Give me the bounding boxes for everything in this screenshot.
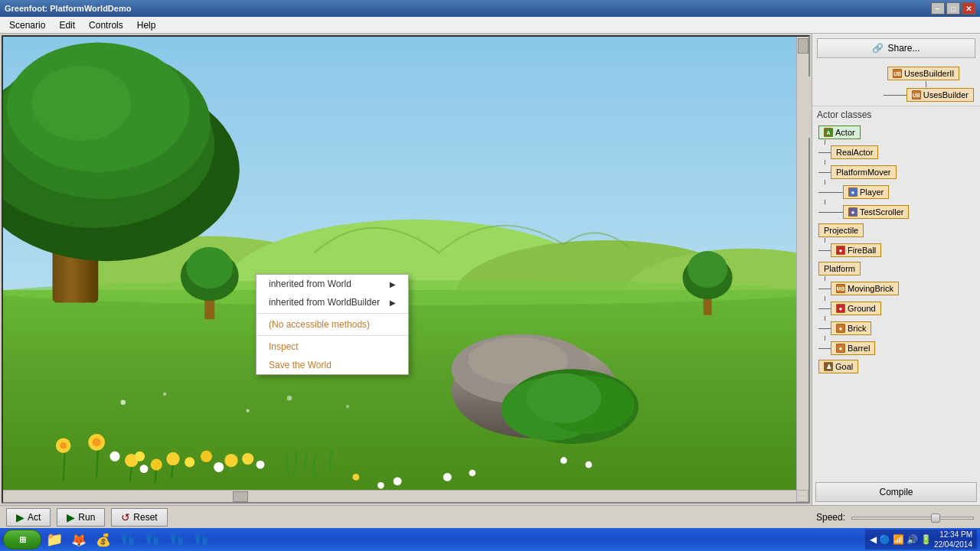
minimize-button[interactable]: −: [931, 2, 945, 15]
class-projectile[interactable]: Projectile: [818, 223, 864, 237]
barrel-icon: ●: [836, 344, 845, 353]
main-layout: inherited from World ▶ inherited from Wo…: [0, 34, 980, 505]
scrollbar-corner: [796, 490, 808, 502]
act-button[interactable]: ▶ Act: [6, 508, 51, 527]
svg-point-29: [166, 452, 179, 465]
taskbar-icon-folder[interactable]: 📁: [43, 530, 66, 549]
actor-icon: A: [824, 128, 833, 137]
svg-point-41: [443, 473, 452, 481]
taskbar-icon-app1[interactable]: 💰: [92, 530, 115, 549]
svg-point-32: [224, 454, 237, 467]
class-actor[interactable]: A Actor: [818, 126, 861, 139]
maximize-button[interactable]: □: [946, 2, 960, 15]
compile-button[interactable]: Compile: [815, 482, 977, 502]
world-scroll-indicator: [805, 77, 812, 138]
svg-point-43: [394, 477, 402, 485]
ctx-inspect[interactable]: Inspect: [256, 337, 408, 356]
share-icon: 🔗: [872, 43, 884, 54]
ctx-no-methods: (No accessible methods): [256, 315, 408, 334]
svg-point-51: [60, 442, 67, 449]
svg-point-28: [151, 459, 162, 471]
class-fireball[interactable]: ● FireBall: [831, 243, 881, 257]
svg-point-53: [163, 393, 166, 396]
menu-help[interactable]: Help: [131, 18, 162, 32]
taskbar-icon-greenfoot3[interactable]: 👣: [165, 530, 188, 549]
v-line-5: [825, 238, 974, 243]
speed-thumb[interactable]: [931, 514, 940, 523]
taskbar-icon-greenfoot1[interactable]: 👣: [116, 530, 139, 549]
class-row-fireball: ● FireBall: [818, 243, 974, 257]
window-controls: − □ ✕: [931, 2, 975, 15]
share-button[interactable]: 🔗 Share...: [817, 38, 975, 58]
class-realactor[interactable]: RealActor: [831, 145, 878, 159]
taskbar-icon-greenfoot4[interactable]: 👣: [190, 530, 213, 549]
class-usesbuilderii[interactable]: UB UsesBuilderII: [887, 67, 959, 80]
v-line-8: [825, 316, 974, 321]
class-platformmover[interactable]: PlatformMover: [831, 165, 897, 179]
v-line-7: [825, 296, 974, 301]
menu-scenario[interactable]: Scenario: [3, 18, 51, 32]
svg-point-55: [287, 396, 292, 401]
player-icon: ●: [848, 187, 858, 197]
taskbar-icon-greenfoot2[interactable]: 👣: [141, 530, 164, 549]
svg-point-31: [201, 451, 212, 462]
class-row-actor: A Actor: [818, 126, 974, 139]
class-brick[interactable]: ● Brick: [831, 321, 871, 335]
svg-point-38: [140, 465, 149, 473]
class-row-player: ● Player: [818, 185, 974, 199]
tray-wifi: 📶: [893, 534, 904, 545]
class-row-movingbrick: MB MovingBrick: [818, 282, 974, 295]
run-icon: ▶: [67, 511, 75, 523]
class-player[interactable]: ● Player: [843, 185, 889, 199]
class-barrel[interactable]: ● Barrel: [831, 341, 875, 355]
ctx-inherited-world[interactable]: inherited from World ▶: [256, 275, 408, 293]
class-row-projectile: Projectile: [818, 223, 974, 237]
speed-slider[interactable]: [851, 517, 974, 520]
world-scene: [3, 37, 808, 502]
world-canvas-container[interactable]: inherited from World ▶ inherited from Wo…: [2, 35, 810, 504]
v-line-1: [825, 140, 974, 145]
world-classes-area: UB UsesBuilderII UB UsesBuilder: [812, 63, 980, 106]
class-row-platformmover: PlatformMover: [818, 165, 974, 179]
system-tray: ◀ 🔵 📶 🔊 🔋 12:34 PM 22/04/2014: [865, 530, 977, 549]
class-platform[interactable]: Platform: [818, 262, 861, 276]
menu-controls[interactable]: Controls: [83, 18, 129, 32]
actor-classes-area: A Actor RealActor: [812, 123, 980, 479]
class-row-barrel: ● Barrel: [818, 341, 974, 355]
svg-point-27: [135, 452, 145, 461]
taskbar-icon-firefox[interactable]: 🦊: [67, 530, 90, 549]
actor-classes-label: Actor classes: [812, 106, 980, 123]
class-row-goal: ♟ Goal: [818, 360, 974, 373]
titlebar: Greenfoot: PlatformWorldDemo − □ ✕: [0, 0, 980, 17]
run-button[interactable]: ▶ Run: [57, 508, 105, 527]
reset-button[interactable]: ↺ Reset: [111, 508, 167, 527]
start-button[interactable]: ⊞: [3, 530, 41, 549]
tray-arrow: ◀: [870, 534, 877, 545]
ctx-save-world[interactable]: Save the World: [256, 356, 408, 374]
speed-label: Speed:: [816, 512, 845, 523]
class-goal[interactable]: ♟ Goal: [818, 360, 858, 373]
menu-edit[interactable]: Edit: [53, 18, 81, 32]
close-button[interactable]: ✕: [962, 2, 975, 15]
svg-point-46: [560, 457, 567, 464]
svg-point-42: [469, 470, 476, 477]
canvas-scrollbar-h[interactable]: [3, 490, 796, 502]
movingbrick-icon: MB: [836, 284, 845, 293]
class-usesbuilder[interactable]: UB UsesBuilder: [906, 88, 974, 102]
usesbuilderii-icon: UB: [893, 69, 902, 78]
connector-line-1: [926, 81, 974, 87]
ctx-inherited-worldbuilder[interactable]: inherited from WorldBuilder ▶: [256, 293, 408, 311]
tray-volume: 🔊: [906, 534, 918, 545]
act-icon: ▶: [16, 511, 24, 523]
speed-slider-container[interactable]: [851, 515, 974, 520]
fireball-icon: ●: [836, 246, 845, 255]
reset-icon: ↺: [121, 511, 130, 523]
v-line-6: [825, 276, 974, 281]
class-movingbrick[interactable]: MB MovingBrick: [831, 282, 899, 295]
class-ground[interactable]: ● Ground: [831, 302, 881, 315]
svg-point-56: [346, 405, 349, 408]
svg-point-54: [247, 409, 250, 412]
context-menu: inherited from World ▶ inherited from Wo…: [256, 274, 409, 375]
usesbuilder-icon: UB: [912, 90, 921, 99]
class-testscroller[interactable]: ● TestScroller: [843, 205, 909, 219]
